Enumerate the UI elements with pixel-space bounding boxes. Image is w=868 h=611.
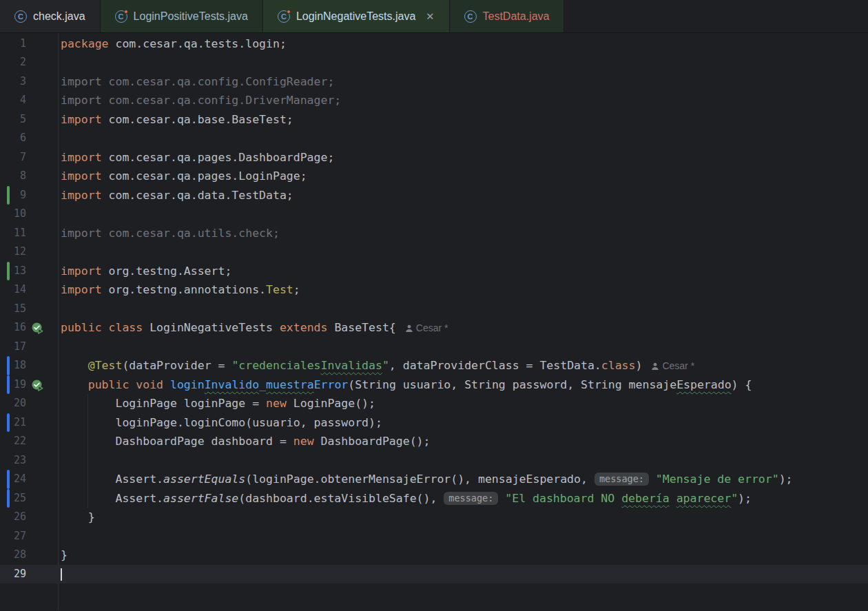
code-token: LoginNegativeTests	[143, 321, 280, 334]
code-token: new	[266, 397, 287, 410]
code-token: DashboardPage dashboard =	[61, 435, 293, 448]
code-text: Assert.assertFalse(dashboard.estaVisible…	[61, 489, 752, 508]
tab-login-positive-tests[interactable]: C LoginPositiveTests.java	[101, 0, 263, 32]
code-token: Test	[266, 283, 293, 296]
code-line[interactable]: 1package com.cesar.qa.tests.login;	[0, 34, 868, 54]
code-text: import org.testng.annotations.Test;	[61, 280, 300, 300]
code-token: );	[779, 473, 793, 486]
code-token: "	[731, 492, 738, 505]
code-line[interactable]: 20 LoginPage loginPage = new LoginPage()…	[0, 394, 868, 413]
code-line[interactable]: 15	[0, 300, 868, 319]
line-number: 10	[0, 205, 26, 224]
run-test-icon[interactable]	[31, 322, 45, 334]
line-number: 3	[0, 72, 26, 92]
code-token: aparecer	[676, 492, 731, 505]
code-line[interactable]: 3import com.cesar.qa.config.ConfigReader…	[0, 72, 868, 92]
code-token: LoginPage();	[287, 397, 375, 410]
tab-label: TestData.java	[483, 10, 550, 23]
line-number: 11	[0, 224, 26, 243]
line-number: 23	[0, 451, 26, 470]
code-token: login	[170, 378, 205, 391]
code-line[interactable]: 24 Assert.assertEquals(loginPage.obtener…	[0, 470, 868, 489]
code-text: import com.cesar.qa.config.ConfigReader;	[61, 72, 334, 92]
code-token: "Mensaje de error"	[656, 473, 779, 486]
code-line[interactable]: 22 DashboardPage dashboard = new Dashboa…	[0, 432, 868, 451]
run-test-icon[interactable]	[31, 379, 45, 391]
line-number: 28	[0, 546, 26, 565]
code-token: org.testng.Assert;	[102, 265, 232, 278]
code-line[interactable]: 28}	[0, 546, 868, 565]
code-line[interactable]: 14import org.testng.annotations.Test;	[0, 280, 868, 300]
code-line[interactable]: 25 Assert.assertFalse(dashboard.estaVisi…	[0, 489, 868, 508]
code-token: Error	[314, 378, 349, 391]
tab-test-data[interactable]: C TestData.java	[450, 0, 565, 32]
code-token: import	[61, 283, 102, 296]
line-number: 1	[0, 34, 26, 54]
code-line[interactable]: 18 @Test(dataProvider = "credencialesInv…	[0, 356, 868, 375]
code-line[interactable]: 7import com.cesar.qa.pages.DashboardPage…	[0, 148, 868, 167]
code-text: import com.cesar.qa.pages.DashboardPage;	[61, 148, 334, 167]
close-icon[interactable]: ✕	[426, 11, 434, 22]
line-number: 17	[0, 338, 26, 357]
code-line[interactable]: 9import com.cesar.qa.data.TestData;	[0, 186, 868, 205]
code-line[interactable]: 27	[0, 527, 868, 546]
code-line[interactable]: 17	[0, 338, 868, 357]
code-token: public	[61, 321, 102, 334]
code-line[interactable]: 21 loginPage.loginComo(usuario, password…	[0, 413, 868, 433]
code-line[interactable]: 29	[0, 565, 868, 584]
line-number: 29	[0, 565, 26, 584]
parameter-hint: message:	[444, 492, 498, 505]
code-text: LoginPage loginPage = new LoginPage();	[61, 394, 375, 413]
text-caret	[61, 568, 62, 581]
code-token: assertFalse	[163, 492, 238, 505]
code-text: import com.cesar.qa.config.DriverManager…	[61, 91, 341, 110]
tab-label: LoginPositiveTests.java	[134, 10, 248, 23]
code-line[interactable]: 12	[0, 242, 868, 262]
line-number: 26	[0, 508, 26, 527]
author-icon	[405, 322, 416, 333]
line-number: 16	[0, 318, 26, 338]
code-token: import	[61, 113, 102, 126]
code-token: com.cesar.qa.pages.DashboardPage;	[102, 151, 335, 164]
code-text	[61, 565, 62, 584]
code-token: Invalidas	[321, 359, 382, 372]
tab-check-java[interactable]: C check.java	[0, 0, 101, 32]
code-line[interactable]: 10	[0, 205, 868, 224]
code-line[interactable]: 11import com.cesar.qa.utils.check;	[0, 224, 868, 243]
code-token: com.cesar.qa.pages.LoginPage;	[102, 169, 307, 183]
code-line[interactable]: 4import com.cesar.qa.config.DriverManage…	[0, 91, 868, 110]
code-token: (dataProvider =	[122, 359, 231, 372]
code-line[interactable]: 26 }	[0, 508, 868, 527]
code-line[interactable]: 23	[0, 451, 868, 470]
code-line[interactable]: 19 public void loginInvalido_muestraErro…	[0, 375, 868, 395]
line-number: 4	[0, 91, 26, 110]
code-text: import com.cesar.qa.base.BaseTest;	[61, 110, 293, 130]
code-line[interactable]: 5import com.cesar.qa.base.BaseTest;	[0, 110, 868, 130]
code-text: import com.cesar.qa.utils.check;	[61, 224, 280, 243]
code-token: import	[61, 151, 102, 164]
code-line[interactable]: 16public class LoginNegativeTests extend…	[0, 318, 868, 338]
line-number: 19	[0, 375, 26, 395]
code-line[interactable]: 13import org.testng.Assert;	[0, 262, 868, 281]
code-token: import com.cesar.qa.config.ConfigReader;	[61, 75, 334, 88]
code-token: Assert.	[61, 473, 163, 486]
code-line[interactable]: 8import com.cesar.qa.pages.LoginPage;	[0, 167, 868, 186]
test-class-icon: C	[278, 10, 290, 23]
code-line[interactable]: 2	[0, 53, 868, 72]
code-token: void	[136, 378, 163, 391]
code-token: package	[61, 37, 109, 50]
code-token: "El dashboard NO	[505, 492, 621, 505]
line-number: 5	[0, 110, 26, 130]
line-number: 2	[0, 53, 26, 72]
line-number: 12	[0, 242, 26, 262]
code-token: import	[61, 265, 102, 278]
tab-login-negative-tests[interactable]: C LoginNegativeTests.java ✕	[263, 0, 450, 32]
code-token: Invalido	[205, 378, 259, 391]
code-token: "credenciales	[231, 359, 320, 372]
code-editor[interactable]: 1package com.cesar.qa.tests.login;23impo…	[0, 33, 868, 610]
code-token: class	[601, 359, 636, 372]
code-token: import com.cesar.qa.utils.check;	[61, 227, 280, 240]
code-text: loginPage.loginComo(usuario, password);	[61, 413, 382, 433]
code-line[interactable]: 6	[0, 129, 868, 148]
code-text: }	[61, 546, 68, 565]
